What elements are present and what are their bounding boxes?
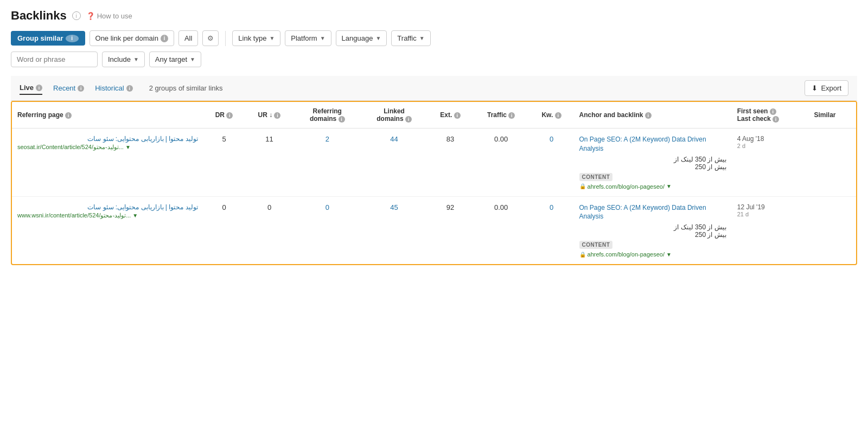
referring-title-1[interactable]: تولید محتوا | بازاریابی محتوایی: سئو سات (17, 135, 198, 143)
col-linked-domains: Linkeddomains i (361, 102, 427, 129)
anchor-title-1[interactable]: On Page SEO: A (2M Keyword) Data Driven … (579, 135, 726, 153)
first-seen-cell-1: 4 Aug '18 2 d (732, 129, 809, 197)
language-caret: ▼ (375, 35, 381, 41)
content-badge-2: CONTENT (579, 241, 613, 249)
linked-domains-info: i (405, 116, 412, 123)
anchor-link-2[interactable]: 🔒 ahrefs.com/blog/on-pageseo/ ▼ (579, 251, 726, 258)
kw-cell-1: 0 (529, 129, 574, 197)
page-title: Backlinks (11, 9, 67, 23)
group-similar-button[interactable]: Group similar i (11, 31, 85, 46)
any-target-dropdown[interactable]: Any target ▼ (149, 52, 201, 67)
last-check-info: i (773, 116, 779, 123)
backlinks-table: Referring page i DR i UR ↓ i Referringdo… (12, 102, 856, 264)
kw-cell-2: 0 (529, 196, 574, 264)
settings-button[interactable]: ⚙ (202, 30, 219, 46)
anchor-rtl2-2: بیش از 250 (579, 231, 726, 239)
referring-page-cell-1: تولید محتوا | بازاریابی محتوایی: سئو سات… (12, 129, 203, 197)
dr-cell-2: 0 (203, 196, 245, 264)
tabs-row: Live i Recent i Historical i 2 groups of… (11, 76, 857, 101)
linked-domains-cell-2: 45 (361, 196, 427, 264)
col-referring-domains: Referringdomains i (294, 102, 361, 129)
tab-historical[interactable]: Historical i (95, 82, 132, 94)
anchor-rtl1-2: بیش از 350 لینک از (579, 223, 726, 231)
traffic-cell-1: 0.00 (473, 129, 529, 197)
backlinks-info-icon[interactable]: i (72, 11, 81, 20)
col-first-seen: First seen i Last check i (732, 102, 809, 129)
link-type-dropdown[interactable]: Link type ▼ (232, 30, 280, 46)
all-button[interactable]: All (178, 30, 198, 46)
export-icon: ⬇ (812, 84, 818, 92)
col-traffic: Traffic i (473, 102, 529, 129)
similar-cell-2 (809, 196, 856, 264)
ref-domains-cell-1: 2 (294, 129, 361, 197)
table-row: تولید محتوا | بازاریابی محتوایی: سئو سات… (12, 196, 856, 264)
url-expand-icon-1: ▼ (125, 144, 131, 150)
ur-cell-2: 0 (245, 196, 293, 264)
traffic-dropdown[interactable]: Traffic ▼ (391, 30, 430, 46)
col-dr: DR i (203, 102, 245, 129)
referring-title-2[interactable]: تولید محتوا | بازاریابی محتوایی: سئو سات (17, 203, 198, 211)
anchor-cell-2: On Page SEO: A (2M Keyword) Data Driven … (574, 196, 732, 264)
toolbar-divider (225, 31, 226, 46)
anchor-info: i (645, 112, 652, 119)
dr-info: i (226, 112, 233, 119)
tab-recent[interactable]: Recent i (53, 82, 84, 94)
referring-url-2[interactable]: www.wsni.ir/content/article/524/تولید-مح… (17, 212, 198, 219)
first-seen-cell-2: 12 Jul '19 21 d (732, 196, 809, 264)
live-info-icon: i (36, 85, 42, 91)
referring-page-info: i (65, 112, 72, 119)
anchor-cell-1: On Page SEO: A (2M Keyword) Data Driven … (574, 129, 732, 197)
any-target-caret: ▼ (190, 56, 195, 62)
word-phrase-input[interactable] (11, 52, 98, 67)
group-similar-info-icon: i (66, 35, 79, 42)
ref-domains-info: i (339, 116, 345, 123)
include-dropdown[interactable]: Include ▼ (102, 52, 145, 67)
groups-text: 2 groups of similar links (149, 84, 223, 92)
language-dropdown[interactable]: Language ▼ (336, 30, 387, 46)
col-ur[interactable]: UR ↓ i (245, 102, 293, 129)
lock-icon-2: 🔒 (579, 252, 586, 258)
ur-cell-1: 11 (245, 129, 293, 197)
content-badge-1: CONTENT (579, 173, 613, 181)
anchor-rtl1-1: بیش از 350 لینک از (579, 156, 726, 163)
ur-info: i (274, 112, 280, 119)
ext-info: i (454, 112, 461, 119)
backlinks-table-wrapper: Referring page i DR i UR ↓ i Referringdo… (11, 101, 857, 265)
table-row: تولید محتوا | بازاریابی محتوایی: سئو سات… (12, 129, 856, 197)
col-ext: Ext. i (427, 102, 473, 129)
anchor-rtl2-1: بیش از 250 (579, 163, 726, 171)
anchor-link-1[interactable]: 🔒 ahrefs.com/blog/on-pageseo/ ▼ (579, 183, 726, 190)
col-kw: Kw. i (529, 102, 574, 129)
traffic-caret: ▼ (419, 35, 425, 41)
ext-cell-2: 92 (427, 196, 473, 264)
historical-info-icon: i (126, 85, 133, 92)
tab-live[interactable]: Live i (20, 81, 42, 95)
question-icon: ❓ (86, 12, 95, 20)
anchor-link-caret-1: ▼ (666, 183, 672, 189)
referring-page-cell-2: تولید محتوا | بازاریابی محتوایی: سئو سات… (12, 196, 203, 264)
export-button[interactable]: ⬇ Export (805, 80, 848, 96)
col-anchor-backlink: Anchor and backlink i (574, 102, 732, 129)
traffic-info: i (508, 112, 515, 119)
recent-info-icon: i (78, 85, 84, 92)
one-link-per-domain-button[interactable]: One link per domain i (90, 30, 174, 46)
referring-url-1[interactable]: seosat.ir/Content/article/524/تولید-محتو… (17, 144, 198, 151)
platform-dropdown[interactable]: Platform ▼ (285, 30, 331, 46)
similar-cell-1 (809, 129, 856, 197)
linked-domains-cell-1: 44 (361, 129, 427, 197)
link-type-caret: ▼ (269, 35, 275, 41)
anchor-link-caret-2: ▼ (666, 252, 672, 258)
col-referring-page: Referring page i (12, 102, 203, 129)
traffic-cell-2: 0.00 (473, 196, 529, 264)
anchor-title-2[interactable]: On Page SEO: A (2M Keyword) Data Driven … (579, 203, 726, 222)
ext-cell-1: 83 (427, 129, 473, 197)
how-to-use-link[interactable]: ❓ How to use (86, 12, 132, 20)
one-link-info-icon: i (161, 35, 168, 42)
kw-info: i (555, 112, 561, 119)
col-similar: Similar (809, 102, 856, 129)
platform-caret: ▼ (320, 35, 326, 41)
first-seen-info: i (770, 108, 776, 115)
gear-icon: ⚙ (207, 34, 214, 42)
lock-icon-1: 🔒 (579, 183, 586, 189)
include-caret: ▼ (133, 56, 139, 62)
